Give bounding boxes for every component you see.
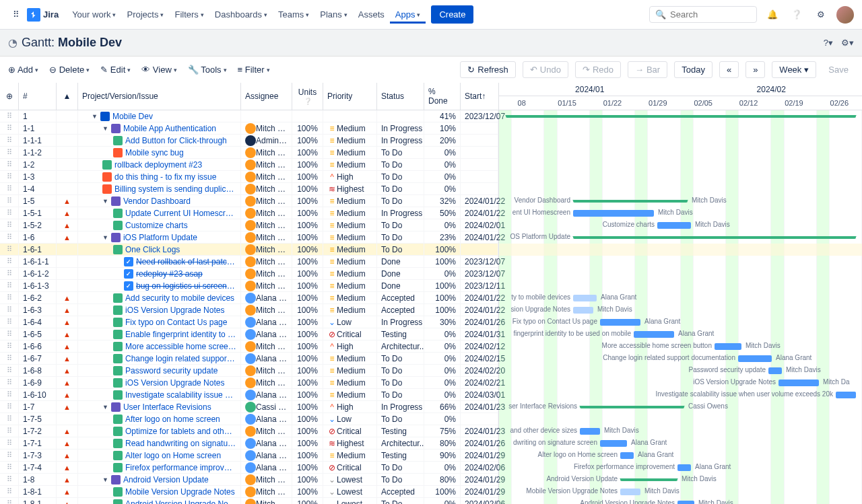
gantt-row[interactable] — [499, 183, 862, 195]
gantt-row[interactable]: Firefox performance improvementAlana Gra… — [499, 462, 862, 474]
grid-row[interactable]: ⠿1-7-3▲Alter logo on Home screen Alana G… — [0, 449, 498, 462]
gantt-row[interactable] — [499, 280, 862, 292]
drag-handle-icon[interactable]: ⠿ — [7, 184, 12, 193]
gantt-bar[interactable] — [573, 307, 593, 314]
filter-menu[interactable]: ≡ Filter ▾ — [238, 65, 270, 75]
tree-toggle-icon[interactable]: ▼ — [102, 198, 108, 205]
grid-row[interactable]: ⠿1-6-1One Click Logs Mitch Da...100%≡ Me… — [0, 244, 498, 256]
gantt-bar[interactable] — [506, 115, 856, 118]
gantt-bar[interactable] — [620, 452, 634, 459]
col-priority[interactable]: Priority — [323, 83, 377, 110]
gantt-row[interactable] — [499, 147, 862, 159]
gantt-row[interactable]: Android Version UpdateMitch Davis — [499, 474, 862, 486]
delete-menu[interactable]: ⊖ Delete ▾ — [49, 65, 90, 75]
col-units[interactable]: Units❔ — [292, 83, 323, 110]
edit-menu[interactable]: ✎ Edit ▾ — [100, 65, 131, 75]
issue-link[interactable]: Alter logo on Home screen — [125, 451, 221, 460]
col-start[interactable]: Start ↑ — [461, 83, 498, 110]
drag-handle-icon[interactable]: ⠿ — [7, 293, 12, 302]
user-avatar[interactable] — [836, 6, 854, 24]
grid-row[interactable]: ⠿1-7-1▲Read handwriting on signature scr… — [0, 437, 498, 449]
gantt-row[interactable]: Fix typo on Contact Us pageAlana Grant — [499, 316, 862, 328]
nav-teams[interactable]: Teams ▾ — [273, 5, 314, 24]
grid-row[interactable]: ⠿1-7▲▼User Interface Revisions Cassi Ow.… — [0, 401, 498, 413]
grid-row[interactable]: ⠿1-5-2▲Customize charts Mitch Da...100%≡… — [0, 219, 498, 231]
tree-toggle-icon[interactable]: ▼ — [102, 476, 108, 483]
grid-row[interactable]: ⠿1-6-7▲Change login related support docu… — [0, 353, 498, 365]
tree-toggle-icon[interactable]: ▼ — [102, 125, 108, 132]
grid-row[interactable]: ⠿1-6-3▲iOS Version Upgrade Notes Mitch D… — [0, 304, 498, 316]
issue-link[interactable]: do this thing - to fix my issue — [114, 172, 216, 182]
gantt-bar[interactable] — [715, 343, 741, 350]
help-icon[interactable]: ❔ — [788, 6, 805, 24]
grid-row[interactable]: ⠿1-1▼Mobile App Authentication Mitch Da.… — [0, 122, 498, 135]
add-menu[interactable]: ⊕ Add ▾ — [8, 65, 38, 75]
gantt-row[interactable]: fingerprint identity to be used on mobil… — [499, 328, 862, 340]
gantt-bar[interactable] — [620, 478, 677, 481]
gantt-bar[interactable] — [634, 331, 674, 338]
issue-link[interactable]: Add security to mobile devices — [125, 293, 234, 303]
gantt-bar[interactable] — [738, 355, 772, 362]
gantt-bar[interactable] — [778, 380, 819, 386]
issue-link[interactable]: Update Current UI Homescreen — [125, 209, 236, 218]
issue-link[interactable]: Mobile Version Upgrade Notes — [125, 487, 235, 497]
gantt-row[interactable]: ty to mobile devicesAlana Grant — [499, 292, 862, 304]
drag-handle-icon[interactable]: ⠿ — [7, 451, 12, 460]
issue-link[interactable]: Android Version Update — [123, 475, 209, 484]
gantt-row[interactable] — [499, 122, 862, 135]
grid-row[interactable]: ⠿1-1-1Add Button for Click-through Admin… — [0, 135, 498, 147]
issue-link[interactable]: iOS Version Upgrade Notes — [125, 378, 224, 388]
settings-icon[interactable]: ⚙ — [812, 6, 830, 24]
col-issue[interactable]: Project/Version/Issue — [78, 83, 241, 110]
header-help-icon[interactable]: ?▾ — [824, 38, 833, 48]
drag-handle-icon[interactable]: ⠿ — [7, 390, 12, 399]
grid-row[interactable]: ⠿1-5▲▼Vendor Dashboard Mitch Da...100%≡ … — [0, 195, 498, 207]
issue-link[interactable]: Need rollback of last patch asap — [136, 257, 236, 266]
gantt-bar[interactable] — [620, 489, 640, 495]
issue-link[interactable]: Investigate scalability issue when user … — [125, 390, 236, 400]
gantt-row[interactable]: sion Upgrade NotesMitch Davis — [499, 304, 862, 316]
gantt-row[interactable] — [499, 413, 862, 425]
jira-logo[interactable]: Jira — [27, 8, 59, 22]
drag-handle-icon[interactable]: ⠿ — [7, 487, 12, 496]
gantt-bar[interactable] — [580, 428, 600, 435]
drag-handle-icon[interactable]: ⠿ — [7, 330, 12, 338]
tree-toggle-icon[interactable]: ▼ — [102, 404, 108, 410]
issue-link[interactable]: iOS Platform Update — [123, 233, 197, 242]
tree-toggle-icon[interactable]: ▼ — [92, 113, 98, 120]
drag-handle-icon[interactable]: ⠿ — [7, 499, 12, 504]
issue-link[interactable]: Mobile App Authentication — [123, 124, 216, 133]
issue-link[interactable]: Mobile Dev — [112, 112, 153, 121]
drag-handle-icon[interactable]: ⠿ — [7, 196, 12, 205]
grid-row[interactable]: ⠿1▼Mobile Dev41%2023/12/07 — [0, 110, 498, 122]
gantt-row[interactable] — [499, 268, 862, 280]
grid-row[interactable]: ⠿1-5-1▲Update Current UI Homescreen Mitc… — [0, 207, 498, 219]
col-done[interactable]: % Done — [424, 83, 461, 110]
grid-row[interactable]: ⠿1-6-9▲iOS Version Upgrade Notes Mitch D… — [0, 377, 498, 389]
issue-link[interactable]: One Click Logs — [125, 245, 180, 254]
grid-row[interactable]: ⠿1-8-1▲Mobile Version Upgrade Notes Mitc… — [0, 486, 498, 498]
drag-handle-icon[interactable]: ⠿ — [7, 378, 12, 387]
drag-handle-icon[interactable]: ⠿ — [7, 354, 12, 363]
drag-handle-icon[interactable]: ⠿ — [7, 402, 12, 411]
drag-handle-icon[interactable]: ⠿ — [7, 281, 12, 290]
gantt-bar[interactable] — [573, 200, 688, 203]
issue-link[interactable]: Read handwriting on signature screen — [125, 439, 236, 448]
issue-link[interactable]: Enable fingerprint identity to be used .… — [125, 330, 236, 339]
nav-apps[interactable]: Apps ▾ — [390, 5, 426, 24]
gantt-bar[interactable] — [600, 440, 627, 447]
gantt-row[interactable]: ent UI HomescreenMitch Davis — [499, 207, 862, 219]
grid-row[interactable]: ⠿1-6-8▲Password security update Mitch Da… — [0, 365, 498, 377]
gantt-bar[interactable] — [836, 392, 856, 398]
grid-row[interactable]: ⠿1-6-10▲Investigate scalability issue wh… — [0, 389, 498, 401]
drag-handle-icon[interactable]: ⠿ — [7, 245, 12, 254]
gantt-row[interactable]: Mobile Version Upgrade NotesMitch Davis — [499, 486, 862, 498]
nav-dashboards[interactable]: Dashboards ▾ — [209, 5, 273, 24]
col-warn[interactable]: ▲ — [57, 83, 78, 110]
issue-link[interactable]: After logo on home screen — [125, 415, 220, 424]
issue-link[interactable]: Password security update — [125, 366, 218, 375]
issue-link[interactable]: Vendor Dashboard — [123, 196, 191, 206]
issue-link[interactable]: Optimize for tablets and other device ..… — [125, 427, 236, 436]
drag-handle-icon[interactable]: ⠿ — [7, 172, 12, 181]
gantt-row[interactable]: ser Interface RevisionsCassi Owens — [499, 401, 862, 413]
